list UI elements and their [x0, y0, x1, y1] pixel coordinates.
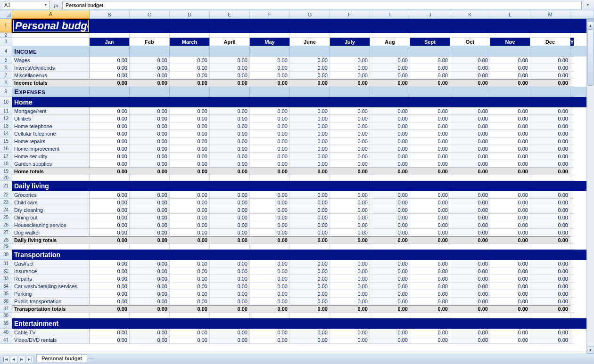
- row-header[interactable]: 25: [0, 214, 12, 221]
- data-cell[interactable]: 0.00: [330, 138, 370, 145]
- data-cell[interactable]: 0.00: [210, 290, 250, 298]
- data-cell[interactable]: 0.00: [410, 168, 450, 175]
- data-cell[interactable]: 0.00: [490, 122, 530, 130]
- data-cell[interactable]: 0.00: [170, 199, 210, 206]
- data-cell[interactable]: 0.00: [250, 236, 290, 244]
- row-label[interactable]: Groceries: [12, 191, 90, 199]
- data-cell[interactable]: 0.00: [410, 275, 450, 283]
- cell[interactable]: [210, 318, 250, 329]
- cell[interactable]: [130, 19, 170, 33]
- data-cell[interactable]: 0.00: [290, 298, 330, 305]
- data-cell[interactable]: 0.00: [170, 236, 210, 244]
- cell[interactable]: [450, 19, 490, 33]
- data-cell[interactable]: 0.00: [170, 267, 210, 275]
- row-header[interactable]: 41: [0, 336, 12, 344]
- row-label[interactable]: Utilities: [12, 115, 90, 122]
- cell[interactable]: [130, 181, 170, 191]
- cell[interactable]: [530, 19, 570, 33]
- cell[interactable]: [450, 87, 490, 97]
- cell[interactable]: [330, 46, 370, 57]
- data-cell[interactable]: 0.00: [210, 229, 250, 236]
- row-header[interactable]: 39: [0, 318, 12, 329]
- cell[interactable]: [90, 181, 130, 191]
- data-cell[interactable]: 0.00: [530, 229, 570, 236]
- data-cell[interactable]: 0.00: [130, 336, 170, 344]
- cell[interactable]: [570, 298, 574, 305]
- row-header[interactable]: 23: [0, 199, 12, 206]
- row-header[interactable]: 30: [0, 250, 12, 260]
- data-cell[interactable]: 0.00: [490, 329, 530, 336]
- data-cell[interactable]: 0.00: [370, 336, 410, 344]
- data-cell[interactable]: 0.00: [290, 336, 330, 344]
- year-header-partial[interactable]: Y: [570, 38, 574, 46]
- cell[interactable]: [330, 19, 370, 33]
- data-cell[interactable]: 0.00: [490, 267, 530, 275]
- data-cell[interactable]: 0.00: [450, 214, 490, 221]
- data-cell[interactable]: 0.00: [90, 206, 130, 214]
- data-cell[interactable]: 0.00: [450, 229, 490, 236]
- cell[interactable]: [450, 175, 490, 181]
- data-cell[interactable]: 0.00: [250, 221, 290, 229]
- month-header[interactable]: July: [330, 38, 370, 46]
- month-header[interactable]: Aug: [370, 38, 410, 46]
- cell[interactable]: [570, 72, 574, 79]
- cell[interactable]: [570, 199, 574, 206]
- tab-nav-first-icon[interactable]: |◄: [2, 356, 9, 363]
- data-cell[interactable]: 0.00: [370, 236, 410, 244]
- data-cell[interactable]: 0.00: [170, 283, 210, 290]
- cell[interactable]: [90, 87, 130, 97]
- data-cell[interactable]: 0.00: [170, 64, 210, 72]
- data-cell[interactable]: 0.00: [530, 199, 570, 206]
- data-cell[interactable]: 0.00: [330, 199, 370, 206]
- data-cell[interactable]: 0.00: [330, 275, 370, 283]
- data-cell[interactable]: 0.00: [370, 79, 410, 87]
- data-cell[interactable]: 0.00: [370, 122, 410, 130]
- cell[interactable]: [370, 87, 410, 97]
- data-cell[interactable]: 0.00: [90, 290, 130, 298]
- data-cell[interactable]: 0.00: [250, 138, 290, 145]
- data-cell[interactable]: 0.00: [290, 275, 330, 283]
- fx-icon[interactable]: fx: [52, 1, 60, 9]
- data-cell[interactable]: 0.00: [130, 214, 170, 221]
- cell[interactable]: [170, 181, 210, 191]
- data-cell[interactable]: 0.00: [530, 138, 570, 145]
- data-cell[interactable]: 0.00: [450, 236, 490, 244]
- data-cell[interactable]: 0.00: [450, 191, 490, 199]
- cell[interactable]: [250, 250, 290, 260]
- cell[interactable]: [290, 181, 330, 191]
- row-header[interactable]: 34: [0, 283, 12, 290]
- data-cell[interactable]: 0.00: [410, 145, 450, 153]
- row-header[interactable]: 29: [0, 244, 12, 250]
- data-cell[interactable]: 0.00: [330, 191, 370, 199]
- data-cell[interactable]: 0.00: [490, 290, 530, 298]
- data-cell[interactable]: 0.00: [530, 283, 570, 290]
- data-cell[interactable]: 0.00: [330, 122, 370, 130]
- cell[interactable]: [570, 214, 574, 221]
- data-cell[interactable]: 0.00: [490, 260, 530, 267]
- cell[interactable]: [410, 181, 450, 191]
- name-box-dropdown-icon[interactable]: ▼: [44, 3, 48, 7]
- cell[interactable]: [90, 318, 130, 329]
- data-cell[interactable]: 0.00: [330, 236, 370, 244]
- row-header[interactable]: 6: [0, 64, 12, 72]
- row-header[interactable]: 8: [0, 79, 12, 87]
- cell[interactable]: [370, 244, 410, 250]
- cell[interactable]: [450, 97, 490, 107]
- data-cell[interactable]: 0.00: [210, 221, 250, 229]
- data-cell[interactable]: 0.00: [290, 191, 330, 199]
- data-cell[interactable]: 0.00: [450, 290, 490, 298]
- data-cell[interactable]: 0.00: [130, 236, 170, 244]
- cell[interactable]: [170, 19, 210, 33]
- row-header[interactable]: 40: [0, 329, 12, 336]
- data-cell[interactable]: 0.00: [210, 206, 250, 214]
- row-label[interactable]: Car wash/detailing services: [12, 283, 90, 290]
- cell[interactable]: [130, 313, 170, 318]
- data-cell[interactable]: 0.00: [410, 64, 450, 72]
- cell[interactable]: [450, 250, 490, 260]
- data-cell[interactable]: 0.00: [330, 329, 370, 336]
- data-cell[interactable]: 0.00: [130, 199, 170, 206]
- scroll-down-icon[interactable]: ▼: [587, 346, 594, 354]
- cell[interactable]: [250, 46, 290, 57]
- data-cell[interactable]: 0.00: [530, 160, 570, 168]
- data-cell[interactable]: 0.00: [330, 130, 370, 138]
